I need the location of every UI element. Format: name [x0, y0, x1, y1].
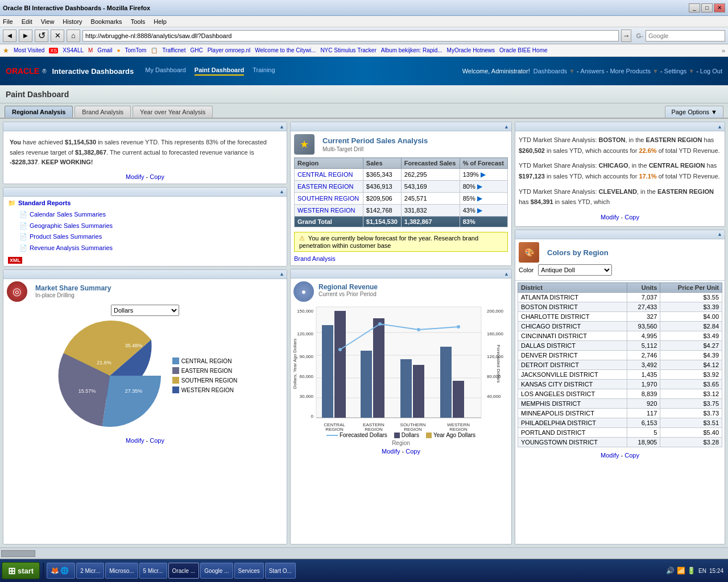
- total-pct: 83%: [460, 217, 507, 227]
- bar-southern-dollars[interactable]: [413, 365, 424, 418]
- report-geographic[interactable]: 📄 Geographic Sales Summaries: [8, 221, 282, 232]
- go-button[interactable]: →: [621, 30, 631, 42]
- logout-link[interactable]: Log Out: [700, 68, 722, 74]
- bookmark-tomtom[interactable]: TomTom: [125, 47, 147, 53]
- menu-file[interactable]: File: [3, 18, 13, 25]
- revenue-copy-link[interactable]: Copy: [406, 448, 420, 455]
- bookmarks-more[interactable]: »: [722, 47, 725, 54]
- bar-western-forecast[interactable]: [440, 347, 452, 418]
- close-btn[interactable]: ✕: [714, 3, 725, 13]
- nav-my-dashboard[interactable]: My Dashboard: [145, 66, 186, 76]
- market-collapse-btn[interactable]: ▲: [279, 271, 284, 277]
- bookmark-citywi[interactable]: Welcome to the Citywi...: [255, 47, 316, 53]
- bookmark-ghc[interactable]: GHC: [190, 47, 202, 53]
- expand-western[interactable]: ▶: [477, 206, 482, 214]
- bar-eastern-forecast[interactable]: [361, 351, 372, 418]
- reload-button[interactable]: ↺: [35, 30, 48, 42]
- slice-central[interactable]: [102, 376, 161, 427]
- forward-button[interactable]: ►: [19, 30, 32, 42]
- region-eastern[interactable]: EASTERN REGION: [295, 181, 363, 193]
- market-copy-link[interactable]: Copy: [150, 437, 164, 444]
- bookmark-xs4all[interactable]: XS4ALL: [63, 47, 84, 53]
- brand-analysis-link[interactable]: Brand Analysis: [294, 255, 336, 262]
- bookmark-player[interactable]: Player omroep.nl: [208, 47, 251, 53]
- ytd-collapse-btn[interactable]: ▲: [279, 124, 284, 130]
- bar-western-dollars[interactable]: [453, 381, 464, 418]
- taskbar-item-google[interactable]: Google ...: [200, 563, 233, 579]
- taskbar-item-services[interactable]: Services: [234, 563, 264, 579]
- taskbar-item-starto[interactable]: Start O...: [265, 563, 296, 579]
- taskbar-item-oracle[interactable]: Oracle ...: [168, 563, 200, 579]
- standard-reports-folder[interactable]: 📁 Standard Reports: [8, 199, 282, 207]
- taskbar-item-2micr[interactable]: 2 Micr...: [76, 563, 104, 579]
- expand-eastern[interactable]: ▶: [477, 182, 482, 190]
- bookmark-nyc[interactable]: NYC Stimulus Tracker: [320, 47, 376, 53]
- menu-view[interactable]: View: [41, 18, 55, 25]
- bookmark-most-visited[interactable]: Most Visited: [14, 47, 44, 53]
- nav-paint-dashboard[interactable]: Paint Dashboard: [195, 66, 244, 76]
- colors-collapse-btn[interactable]: ▲: [717, 231, 722, 237]
- bookmark-biee[interactable]: Oracle BIEE Home: [499, 47, 547, 53]
- tab-regional-analysis[interactable]: Regional Analysis: [5, 106, 73, 118]
- start-button[interactable]: ⊞ start: [2, 562, 40, 579]
- bar-southern-forecast[interactable]: [400, 359, 412, 418]
- sales-icon: ★: [294, 134, 315, 155]
- region-western[interactable]: WESTERN REGION: [295, 205, 363, 217]
- search-input[interactable]: [646, 30, 725, 41]
- minimize-btn[interactable]: _: [689, 3, 700, 13]
- stop-button[interactable]: ✕: [51, 30, 64, 42]
- bookmark-gmail[interactable]: Gmail: [97, 47, 112, 53]
- ytd-right-collapse-btn[interactable]: ▲: [717, 124, 722, 130]
- district-units: 117: [627, 408, 660, 418]
- maximize-btn[interactable]: □: [701, 3, 713, 13]
- menu-history[interactable]: History: [63, 18, 82, 25]
- bookmark-myoracle[interactable]: MyOracle Hotnews: [447, 47, 495, 53]
- ytd-right-modify-link[interactable]: Modify: [601, 214, 619, 221]
- report-product[interactable]: 📄 Product Sales Summaries: [8, 231, 282, 243]
- expand-central[interactable]: ▶: [481, 171, 486, 178]
- more-products-link[interactable]: More Products: [610, 68, 651, 74]
- tab-brand-analysis[interactable]: Brand Analysis: [75, 106, 131, 118]
- menu-edit[interactable]: Edit: [22, 18, 32, 25]
- bookmark-trafficnet[interactable]: Trafficnet: [162, 47, 185, 53]
- bar-eastern-dollars[interactable]: [373, 318, 384, 418]
- menu-tools[interactable]: Tools: [131, 18, 146, 25]
- colors-modify-link[interactable]: Modify: [601, 452, 619, 459]
- dashboards-link[interactable]: Dashboards: [533, 68, 567, 74]
- nav-training[interactable]: Training: [253, 66, 275, 76]
- header-sep-dash4: -: [696, 68, 698, 74]
- taskbar-item-microso[interactable]: Microso...: [105, 563, 138, 579]
- scroll-thumb[interactable]: [1, 550, 35, 557]
- home-button[interactable]: ⌂: [67, 30, 80, 42]
- ytd-copy-link[interactable]: Copy: [150, 173, 164, 180]
- report-revenue[interactable]: 📄 Revenue Analysis Summaries: [8, 243, 282, 254]
- back-button[interactable]: ◄: [3, 30, 16, 42]
- bar-central-dollars[interactable]: [334, 311, 346, 418]
- address-bar[interactable]: [82, 30, 619, 41]
- settings-link[interactable]: Settings: [664, 68, 687, 74]
- revenue-modify-link[interactable]: Modify: [382, 448, 400, 455]
- page-options-button[interactable]: Page Options ▼: [665, 106, 723, 118]
- answers-link[interactable]: Answers: [581, 68, 605, 74]
- expand-southern[interactable]: ▶: [477, 194, 482, 202]
- ytd-modify-link[interactable]: Modify: [126, 173, 144, 180]
- report-calendar[interactable]: 📄 Calendar Sales Summaries: [8, 209, 282, 221]
- region-central[interactable]: CENTRAL REGION: [295, 169, 363, 181]
- tab-year-over-year[interactable]: Year over Year Analysis: [133, 106, 213, 118]
- revenue-collapse-btn[interactable]: ▲: [504, 271, 509, 277]
- district-name: JACKSONVILLE DISTRICT: [518, 369, 627, 379]
- market-panel-body: ◎ Market Share Summary In-place Drilling…: [3, 279, 287, 447]
- colors-copy-link[interactable]: Copy: [624, 452, 639, 459]
- market-modify-link[interactable]: Modify: [126, 437, 144, 444]
- market-dropdown[interactable]: Dollars Units: [111, 305, 179, 316]
- menu-help[interactable]: Help: [154, 18, 167, 25]
- ytd-right-copy-link[interactable]: Copy: [624, 214, 639, 221]
- color-dropdown[interactable]: Antique Doll Arctic White Desert Sand: [538, 264, 612, 276]
- taskbar-item-5micr[interactable]: 5 Micr...: [139, 563, 167, 579]
- region-southern[interactable]: SOUTHERN REGION: [295, 193, 363, 205]
- bookmark-album[interactable]: Album bekijken: Rapid...: [381, 47, 442, 53]
- sales-collapse-btn[interactable]: ▲: [504, 124, 509, 130]
- reports-collapse-btn[interactable]: ▲: [279, 189, 284, 194]
- bar-central-forecast[interactable]: [322, 325, 333, 418]
- menu-bookmarks[interactable]: Bookmarks: [91, 18, 122, 25]
